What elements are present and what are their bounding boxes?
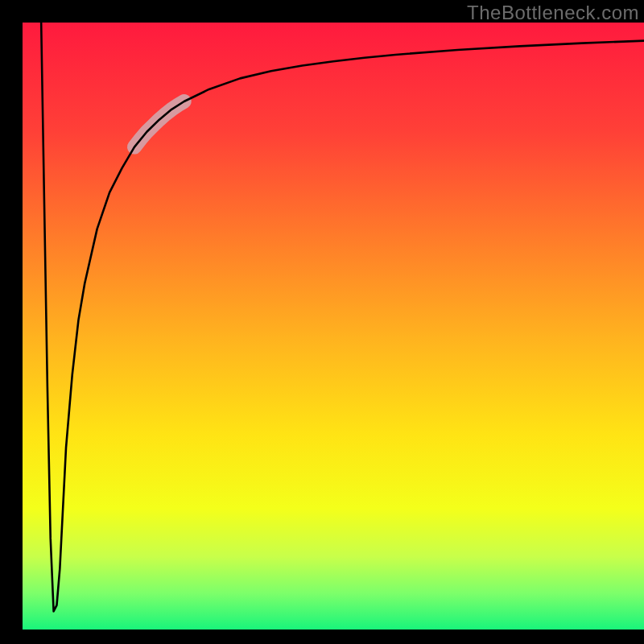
- bottleneck-chart: [0, 0, 644, 644]
- watermark-text: TheBottleneck.com: [467, 2, 639, 24]
- plot-background: [23, 23, 644, 630]
- chart-stage: TheBottleneck.com: [0, 0, 644, 644]
